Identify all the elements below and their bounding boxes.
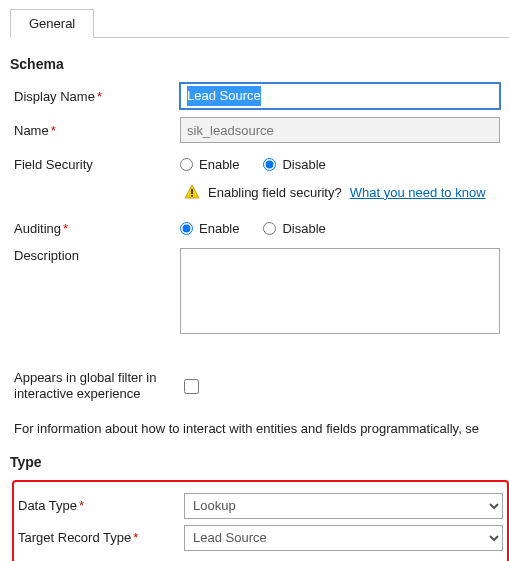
section-type-heading: Type	[10, 454, 509, 470]
warning-link[interactable]: What you need to know	[350, 185, 486, 200]
field-security-disable-label: Disable	[282, 157, 325, 172]
section-schema-heading: Schema	[10, 56, 509, 72]
type-highlight-box: Data Type* Lookup Target Record Type* Le…	[12, 480, 509, 562]
field-security-disable-radio[interactable]	[263, 158, 276, 171]
label-field-security: Field Security	[10, 157, 180, 172]
tab-general[interactable]: General	[10, 9, 94, 38]
auditing-enable-label: Enable	[199, 221, 239, 236]
svg-rect-1	[191, 189, 193, 194]
display-name-input[interactable]: Lead Source	[180, 83, 500, 109]
field-security-enable-radio[interactable]	[180, 158, 193, 171]
warning-icon	[184, 184, 200, 200]
description-textarea[interactable]	[180, 248, 500, 334]
auditing-enable-radio[interactable]	[180, 222, 193, 235]
label-description: Description	[10, 248, 180, 263]
svg-rect-2	[191, 195, 193, 197]
data-type-select[interactable]: Lookup	[184, 493, 503, 519]
field-security-radio-group: Enable Disable	[180, 157, 326, 172]
label-display-name: Display Name*	[10, 89, 180, 104]
auditing-radio-group: Enable Disable	[180, 221, 326, 236]
warning-text: Enabling field security?	[208, 185, 342, 200]
auditing-disable-radio[interactable]	[263, 222, 276, 235]
target-record-type-select[interactable]: Lead Source	[184, 525, 503, 551]
label-target-record-type: Target Record Type*	[14, 530, 184, 545]
label-data-type: Data Type*	[14, 498, 184, 513]
name-input[interactable]	[180, 117, 500, 143]
label-auditing: Auditing*	[10, 221, 180, 236]
field-security-enable-label: Enable	[199, 157, 239, 172]
label-appears-in-global: Appears in global filter in interactive …	[10, 370, 180, 403]
label-name: Name*	[10, 123, 180, 138]
auditing-disable-label: Disable	[282, 221, 325, 236]
info-programmatic-text: For information about how to interact wi…	[14, 421, 509, 436]
appears-in-global-checkbox[interactable]	[184, 379, 199, 394]
